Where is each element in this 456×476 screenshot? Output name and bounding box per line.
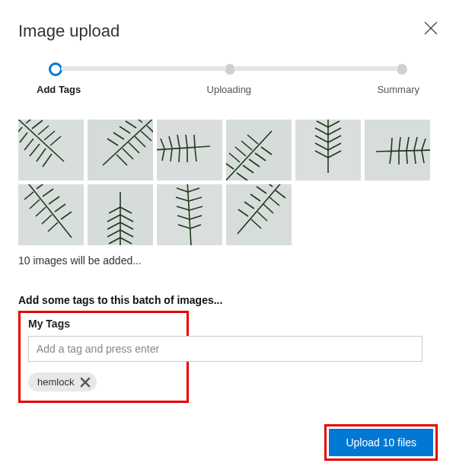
svg-rect-15 [88,120,153,180]
upload-button-highlight: Upload 10 files [324,424,438,461]
image-thumbnail-grid [18,120,438,245]
close-icon [80,377,91,388]
image-thumbnail[interactable] [365,120,430,180]
step-line [234,66,399,71]
image-thumbnail[interactable] [226,120,292,180]
image-thumbnail[interactable] [157,184,222,245]
image-thumbnail[interactable] [18,120,84,180]
progress-stepper [18,62,438,76]
upload-button[interactable]: Upload 10 files [329,429,433,456]
image-count-text: 10 images will be added... [18,254,438,267]
svg-rect-112 [226,184,292,245]
image-thumbnail[interactable] [88,184,153,245]
tags-prompt: Add some tags to this batch of images... [18,294,438,306]
tag-input[interactable] [28,336,423,362]
svg-rect-28 [157,120,222,180]
step-label-add-tags: Add Tags [37,84,81,95]
svg-rect-40 [226,120,292,180]
image-thumbnail[interactable] [295,120,361,180]
svg-line-73 [407,151,407,164]
tag-remove-button[interactable] [80,377,91,388]
svg-line-34 [194,135,195,147]
step-line [61,66,226,71]
tag-chip[interactable]: hemlock [28,372,97,391]
close-icon [424,21,438,35]
image-thumbnail[interactable] [226,184,292,245]
svg-line-37 [179,149,180,162]
step-label-uploading: Uploading [207,84,252,95]
svg-line-70 [391,138,392,151]
image-thumbnail[interactable] [88,120,153,180]
image-thumbnail[interactable] [18,184,84,245]
image-thumbnail[interactable] [157,120,222,180]
my-tags-label: My Tags [28,318,179,330]
my-tags-section: My Tags hemlock [18,311,189,403]
close-button[interactable] [424,21,438,35]
step-label-summary: Summary [377,84,419,95]
dialog-title: Image upload [18,21,120,41]
tag-chip-label: hemlock [37,376,74,388]
step-summary [397,64,407,75]
